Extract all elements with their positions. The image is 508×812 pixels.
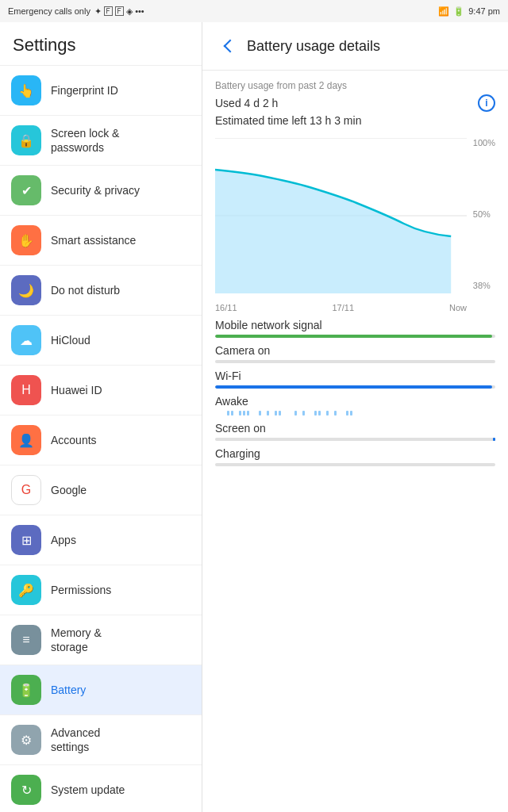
awake-dot [334, 411, 337, 416]
awake-dots [215, 411, 495, 416]
sidebar-item-apps[interactable]: ⊞Apps [0, 515, 202, 565]
back-arrow-icon [224, 40, 237, 53]
sidebar-icon-memory: ≡ [11, 625, 41, 655]
sidebar-icon-screenlock: 🔒 [11, 125, 41, 155]
sidebar-item-smart[interactable]: ✋Smart assistance [0, 216, 202, 266]
usage-label-camera: Camera on [215, 344, 495, 357]
sidebar-item-security[interactable]: ✔Security & privacy [0, 166, 202, 216]
sidebar-item-fingerprint[interactable]: 👆Fingerprint ID [0, 66, 202, 116]
main-layout: Settings 👆Fingerprint ID🔒Screen lock & p… [0, 22, 508, 812]
sidebar-item-advanced[interactable]: ⚙Advanced settings [0, 715, 202, 765]
status-left: Emergency calls only ✦ 🄵 🄵 ◈ ••• [8, 6, 144, 17]
awake-gap [338, 411, 341, 416]
status-bar: Emergency calls only ✦ 🄵 🄵 ◈ ••• 📶 🔋 9:4… [0, 0, 508, 22]
awake-dot [314, 411, 317, 416]
usage-bar-track-wifi [215, 385, 495, 389]
awake-gap [283, 411, 285, 416]
usage-label-screen-on: Screen on [215, 422, 495, 435]
detail-body: Battery usage from past 2 days Used 4 d … [202, 71, 508, 812]
sidebar-item-label-smart: Smart assistance [51, 233, 136, 247]
sidebar-item-label-permissions: Permissions [51, 583, 111, 597]
status-right: 📶 🔋 9:47 pm [438, 6, 500, 17]
chart-time-labels: 16/11 17/11 Now [215, 303, 467, 312]
wifi-icon: 📶 [438, 6, 449, 17]
time-label-1: 17/11 [332, 303, 354, 312]
awake-dot [231, 411, 233, 416]
sidebar-icon-battery: 🔋 [11, 675, 41, 705]
sidebar-item-label-donotdisturb: Do not disturb [51, 283, 120, 297]
awake-dot [346, 411, 348, 416]
sidebar-item-label-screenlock: Screen lock & passwords [51, 126, 119, 155]
awake-gap [291, 411, 293, 416]
awake-dot [239, 411, 241, 416]
sidebar-icon-accounts: 👤 [11, 425, 41, 455]
sidebar-item-label-apps: Apps [51, 533, 76, 547]
awake-dot [267, 411, 269, 416]
sidebar-item-memory[interactable]: ≡Memory & storage [0, 615, 202, 665]
usage-item-wifi: Wi-Fi [215, 370, 495, 389]
sidebar-icon-fingerprint: 👆 [11, 75, 41, 105]
chart-svg-wrapper [215, 138, 467, 293]
sidebar-item-accounts[interactable]: 👤Accounts [0, 416, 202, 465]
sidebar-item-label-advanced: Advanced settings [51, 726, 100, 754]
sidebar-item-permissions[interactable]: 🔑Permissions [0, 565, 202, 615]
awake-dot [259, 411, 261, 416]
awake-gap [223, 411, 225, 416]
usage-bar-fill-mobile-network [215, 335, 492, 338]
sidebar-item-screenlock[interactable]: 🔒Screen lock & passwords [0, 116, 202, 166]
awake-dot [227, 411, 229, 416]
awake-gap [310, 411, 313, 416]
awake-gap [322, 411, 325, 416]
awake-gap [255, 411, 257, 416]
sidebar-item-label-systemupdate: System update [51, 783, 125, 797]
awake-gap [298, 411, 301, 416]
sidebar-item-battery[interactable]: 🔋Battery [0, 665, 202, 715]
status-icons: ✦ 🄵 🄵 ◈ ••• [94, 6, 144, 17]
awake-gap [306, 411, 309, 416]
awake-gap [251, 411, 253, 416]
battery-chart: 100% 50% 38% [215, 138, 495, 312]
awake-gap [263, 411, 265, 416]
sidebar-icon-security: ✔ [11, 175, 41, 205]
sidebar-item-label-security: Security & privacy [51, 183, 140, 197]
sidebar-item-label-memory: Memory & storage [51, 626, 102, 654]
awake-gap [271, 411, 273, 416]
sidebar-icon-donotdisturb: 🌙 [11, 275, 41, 305]
awake-gap [219, 411, 221, 416]
awake-gap [215, 411, 217, 416]
back-button[interactable] [215, 33, 241, 59]
info-icon[interactable]: i [478, 94, 495, 112]
sidebar-item-label-google: Google [51, 483, 87, 497]
detail-header: Battery usage details [202, 22, 508, 71]
sidebar-item-hicloud[interactable]: ☁HiCloud [0, 316, 202, 366]
sidebar-item-systemupdate[interactable]: ↻System update [0, 765, 202, 812]
usage-label-mobile-network: Mobile network signal [215, 319, 495, 331]
estimated-time: Estimated time left 13 h 3 min [215, 112, 361, 129]
sidebar-items-container: 👆Fingerprint ID🔒Screen lock & passwords✔… [0, 66, 202, 812]
awake-dot [326, 411, 329, 416]
sidebar-item-huaweiid[interactable]: HHuawei ID [0, 366, 202, 416]
usage-label-charging: Charging [215, 447, 495, 460]
screen-on-fill [493, 438, 495, 441]
sidebar-icon-systemupdate: ↻ [11, 775, 41, 805]
sidebar-icon-hicloud: ☁ [11, 325, 41, 355]
battery-svg-chart [215, 138, 467, 293]
awake-gap [354, 411, 356, 416]
sidebar-item-label-battery: Battery [51, 683, 86, 697]
sidebar-item-google[interactable]: GGoogle [0, 465, 202, 515]
usage-label-wifi: Wi-Fi [215, 370, 495, 382]
awake-dot [243, 411, 245, 416]
detail-panel: Battery usage details Battery usage from… [202, 22, 508, 812]
sidebar-icon-google: G [11, 475, 41, 505]
awake-dot [318, 411, 321, 416]
sidebar-item-donotdisturb[interactable]: 🌙Do not disturb [0, 266, 202, 316]
sidebar-item-label-hicloud: HiCloud [51, 333, 90, 347]
sidebar-item-label-huaweiid: Huawei ID [51, 383, 102, 397]
usage-section: Mobile network signalCamera onWi-FiAwake… [215, 319, 495, 466]
time-label-0: 16/11 [215, 303, 237, 312]
awake-dot [294, 411, 297, 416]
awake-gap [342, 411, 344, 416]
usage-item-screen-on: Screen on [215, 422, 495, 441]
used-time: Used 4 d 2 h [215, 94, 361, 112]
pct-38: 38% [473, 281, 495, 290]
